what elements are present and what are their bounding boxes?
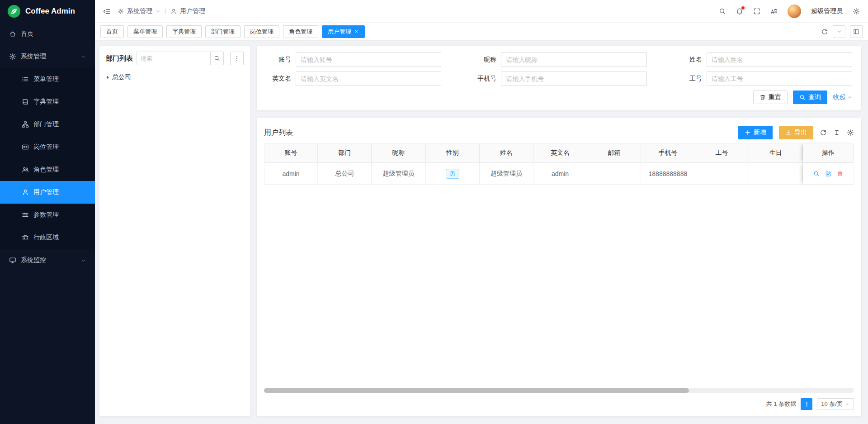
notification-button[interactable] bbox=[736, 8, 743, 15]
page-content: 部门列表 总公司 bbox=[95, 41, 868, 424]
field-label: 账号 bbox=[263, 56, 291, 64]
refresh-icon[interactable] bbox=[821, 28, 828, 35]
id-card-icon bbox=[22, 143, 29, 151]
tab-label: 岗位管理 bbox=[250, 28, 274, 36]
breadcrumb-item-system[interactable]: 系统管理 bbox=[127, 7, 152, 15]
edit-row-button[interactable] bbox=[825, 171, 831, 177]
table-settings-button[interactable] bbox=[847, 129, 854, 136]
table-refresh-button[interactable] bbox=[820, 129, 827, 136]
sidebar-item-user-management[interactable]: 用户管理 bbox=[0, 181, 95, 204]
list-icon bbox=[22, 76, 29, 83]
export-button[interactable]: 导出 bbox=[779, 126, 813, 139]
name-input[interactable] bbox=[707, 52, 852, 67]
reset-button[interactable]: 重置 bbox=[753, 91, 788, 104]
user-avatar[interactable] bbox=[788, 5, 801, 18]
sidebar-group-monitor[interactable]: 系统监控 bbox=[0, 249, 95, 272]
caret-right-icon[interactable] bbox=[107, 76, 109, 79]
fullscreen-icon[interactable] bbox=[753, 8, 760, 15]
refresh-icon bbox=[820, 129, 827, 136]
page-size-select[interactable]: 10 条/页 bbox=[817, 398, 854, 410]
tab-label: 首页 bbox=[106, 28, 118, 36]
cell-english-name: admin bbox=[533, 163, 587, 185]
app-title: Coffee Admin bbox=[25, 7, 75, 16]
collapse-menu-icon[interactable] bbox=[103, 8, 110, 15]
sidebar-item-param-management[interactable]: 参数管理 bbox=[0, 204, 95, 226]
sidebar-item-menu-management[interactable]: 菜单管理 bbox=[0, 68, 95, 91]
filter-field-phone: 手机号 bbox=[468, 71, 646, 86]
add-button-label: 新增 bbox=[754, 129, 766, 137]
work-id-input[interactable] bbox=[707, 71, 852, 86]
sidebar-item-dept-management[interactable]: 部门管理 bbox=[0, 113, 95, 136]
search-button[interactable]: 查询 bbox=[793, 91, 827, 104]
phone-input[interactable] bbox=[501, 71, 646, 86]
cell-account: admin bbox=[264, 163, 318, 185]
gender-tag: 男 bbox=[446, 169, 459, 179]
department-tree: 总公司 bbox=[106, 72, 244, 82]
filter-card: 账号 昵称 姓名 英文名 bbox=[257, 46, 861, 110]
sidebar-item-dict-management[interactable]: 字典管理 bbox=[0, 91, 95, 113]
filter-grid: 账号 昵称 姓名 英文名 bbox=[263, 52, 852, 86]
user-icon bbox=[170, 8, 177, 14]
department-more-button[interactable] bbox=[230, 52, 244, 65]
sidebar-item-admin-region[interactable]: 行政区域 bbox=[0, 226, 95, 249]
user-list-header: 用户列表 新增 导出 bbox=[264, 122, 854, 143]
sidebar-item-label: 参数管理 bbox=[33, 211, 59, 219]
col-header-english-name: 英文名 bbox=[533, 143, 587, 163]
layout-toggle-button[interactable] bbox=[850, 25, 863, 38]
row-actions bbox=[803, 171, 854, 177]
department-panel-header: 部门列表 bbox=[106, 52, 244, 65]
app-logo: Coffee Admin bbox=[0, 0, 95, 23]
filter-actions: 重置 查询 收起 bbox=[263, 91, 852, 104]
sidebar-group-system[interactable]: 系统管理 bbox=[0, 45, 95, 68]
download-icon bbox=[785, 129, 792, 136]
sidebar-item-post-management[interactable]: 岗位管理 bbox=[0, 136, 95, 158]
cell-name: 超级管理员 bbox=[480, 163, 533, 185]
cell-birthday bbox=[749, 163, 803, 185]
account-input[interactable] bbox=[296, 52, 441, 67]
cell-department: 总公司 bbox=[318, 163, 372, 185]
tree-node-root[interactable]: 总公司 bbox=[106, 72, 244, 82]
sidebar-item-home[interactable]: 首页 bbox=[0, 23, 95, 45]
current-username[interactable]: 超级管理员 bbox=[811, 7, 843, 15]
tabs-dropdown-button[interactable] bbox=[833, 25, 845, 38]
page-size-label: 10 条/页 bbox=[821, 400, 843, 408]
settings-gear-icon[interactable] bbox=[853, 8, 860, 15]
translate-icon[interactable] bbox=[770, 8, 778, 15]
tab-dict-management[interactable]: 字典管理 bbox=[166, 25, 202, 38]
tab-dept-management[interactable]: 部门管理 bbox=[205, 25, 241, 38]
english-name-input[interactable] bbox=[296, 71, 441, 86]
tab-user-management[interactable]: 用户管理 bbox=[322, 25, 365, 38]
trash-icon bbox=[760, 94, 766, 100]
cell-phone: 18888888888 bbox=[641, 163, 695, 185]
sidebar-item-role-management[interactable]: 角色管理 bbox=[0, 158, 95, 181]
department-search-input[interactable] bbox=[137, 52, 210, 65]
user-table: 账号 部门 昵称 性别 姓名 英文名 邮箱 手机号 工号 生日 bbox=[264, 143, 854, 185]
caret-down-icon bbox=[156, 9, 160, 14]
view-row-button[interactable] bbox=[813, 171, 820, 177]
chevron-up-icon bbox=[847, 95, 852, 100]
tab-post-management[interactable]: 岗位管理 bbox=[244, 25, 279, 38]
sidebar-item-label: 部门管理 bbox=[33, 120, 59, 129]
filter-field-nickname: 昵称 bbox=[468, 52, 646, 67]
main-area: 系统管理 / 用户管理 超级管理员 首页 菜单管 bbox=[95, 0, 868, 424]
dots-vertical-icon bbox=[234, 55, 240, 62]
close-icon[interactable] bbox=[354, 29, 359, 34]
monitor-icon bbox=[9, 257, 16, 264]
page-number-button[interactable]: 1 bbox=[801, 398, 812, 410]
bank-icon bbox=[22, 234, 29, 241]
table-empty-space bbox=[264, 185, 854, 386]
sidebar-group-label: 系统监控 bbox=[21, 256, 46, 264]
tab-menu-management[interactable]: 菜单管理 bbox=[127, 25, 163, 38]
table-density-button[interactable] bbox=[833, 129, 840, 136]
col-header-gender: 性别 bbox=[426, 143, 480, 163]
delete-row-button[interactable] bbox=[837, 171, 843, 177]
page-tabs-bar: 首页 菜单管理 字典管理 部门管理 岗位管理 角色管理 用户管理 bbox=[95, 23, 868, 41]
tab-home[interactable]: 首页 bbox=[100, 25, 124, 38]
department-search-button[interactable] bbox=[210, 52, 224, 65]
nickname-input[interactable] bbox=[501, 52, 646, 67]
search-icon[interactable] bbox=[719, 8, 726, 15]
collapse-filter-link[interactable]: 收起 bbox=[833, 93, 852, 101]
tab-role-management[interactable]: 角色管理 bbox=[283, 25, 318, 38]
scrollbar-thumb[interactable] bbox=[264, 388, 689, 393]
add-user-button[interactable]: 新增 bbox=[738, 126, 773, 139]
